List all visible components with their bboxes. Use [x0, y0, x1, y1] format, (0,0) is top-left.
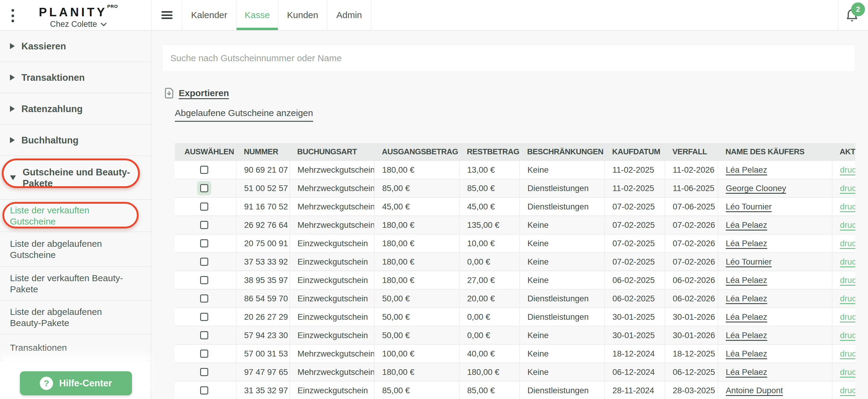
cell-initial-amount: 180,00 €: [374, 234, 459, 252]
cell-actions: drucken: [832, 179, 855, 197]
show-expired-vouchers-link[interactable]: Abgelaufene Gutscheine anzeigen: [175, 108, 313, 122]
buyer-link[interactable]: Léa Pelaez: [726, 349, 767, 358]
buyer-link[interactable]: Léa Pelaez: [726, 331, 767, 340]
question-mark-icon: ?: [40, 377, 53, 390]
row-checkbox[interactable]: [200, 313, 208, 321]
buyer-link[interactable]: Léa Pelaez: [726, 220, 767, 229]
search-input[interactable]: [162, 44, 855, 72]
notification-zone: 2: [838, 0, 868, 30]
print-link[interactable]: drucken: [840, 294, 855, 303]
cell-type: Einzweckgutschein: [290, 271, 374, 289]
salon-switcher[interactable]: Chez Colette: [50, 20, 107, 29]
print-link[interactable]: drucken: [840, 220, 855, 229]
buyer-link[interactable]: George Clooney: [726, 184, 786, 193]
print-link[interactable]: drucken: [840, 239, 855, 248]
sidebar-item-kassieren[interactable]: Kassieren: [0, 31, 151, 62]
cell-type: Einzweckgutschein: [290, 289, 374, 308]
cell-number: 90 69 21 07: [236, 161, 290, 179]
cell-select: [175, 161, 236, 179]
row-checkbox[interactable]: [200, 276, 208, 284]
sidebar-item-gutscheine-und-beauty-pakete[interactable]: Gutscheine und Beauty-Pakete: [0, 156, 151, 200]
buyer-link[interactable]: Léo Tournier: [726, 257, 772, 267]
print-link[interactable]: drucken: [840, 331, 855, 340]
column-header-ausgangsbetrag: AUSGANGSBETRAG: [374, 143, 459, 161]
cell-actions: drucken: [832, 344, 855, 363]
cell-restrictions: Keine: [520, 326, 604, 344]
caret-right-icon: [10, 43, 15, 49]
buyer-link[interactable]: Léa Pelaez: [726, 165, 767, 175]
cell-actions: drucken: [832, 381, 855, 399]
tab-admin[interactable]: Admin: [327, 0, 372, 30]
cell-initial-amount: 180,00 €: [374, 161, 459, 179]
print-link[interactable]: drucken: [840, 386, 855, 395]
buyer-link[interactable]: Léa Pelaez: [726, 312, 767, 321]
print-link[interactable]: drucken: [840, 312, 855, 321]
print-link[interactable]: drucken: [840, 257, 855, 267]
cell-expiry-date: 07-02-2026: [665, 234, 718, 252]
row-checkbox[interactable]: [200, 166, 208, 174]
cell-number: 26 92 76 64: [236, 216, 290, 234]
row-checkbox[interactable]: [200, 221, 208, 229]
cell-remaining-amount: 10,00 €: [459, 234, 520, 252]
row-checkbox[interactable]: [200, 184, 208, 192]
cell-buyer: Léa Pelaez: [718, 161, 832, 179]
print-link[interactable]: drucken: [840, 349, 855, 358]
tab-label: Kalender: [191, 10, 227, 20]
buyer-link[interactable]: Léa Pelaez: [726, 239, 767, 248]
hamburger-menu-icon[interactable]: [151, 0, 182, 30]
cell-type: Einzweckgutschein: [290, 234, 374, 252]
cell-actions: drucken: [832, 308, 855, 326]
buyer-link[interactable]: Léa Pelaez: [726, 367, 767, 377]
cell-number: 51 00 52 57: [236, 179, 290, 197]
sidebar-item-liste-der-verkauften-beauty-pakete[interactable]: Liste der verkauften Beauty-Pakete: [0, 267, 151, 301]
column-header-aktionen: AKTIONEN: [832, 143, 855, 161]
cell-initial-amount: 180,00 €: [374, 216, 459, 234]
help-center-button[interactable]: ? Hilfe-Center: [20, 371, 132, 395]
cell-purchase-date: 18-12-2024: [604, 344, 665, 363]
table-row: 20 75 00 91Einzweckgutschein180,00 €10,0…: [175, 234, 855, 252]
checkbox-wrapper: [197, 181, 211, 195]
row-checkbox[interactable]: [200, 258, 208, 266]
cell-expiry-date: 11-06-2025: [665, 179, 718, 197]
kebab-menu-icon[interactable]: [11, 9, 24, 22]
row-checkbox[interactable]: [200, 349, 208, 358]
row-checkbox[interactable]: [200, 203, 208, 211]
cell-restrictions: Dienstleistungen: [520, 179, 604, 197]
cell-purchase-date: 11-02-2025: [604, 179, 665, 197]
buyer-link[interactable]: Antoine Dupont: [726, 386, 783, 395]
print-link[interactable]: drucken: [840, 275, 855, 285]
print-link[interactable]: drucken: [840, 367, 855, 377]
row-checkbox[interactable]: [200, 295, 208, 303]
tab-kalender[interactable]: Kalender: [182, 0, 236, 30]
sidebar-item-liste-der-abgelaufenen-gutscheine[interactable]: Liste der abgelaufenen Gutscheine: [0, 232, 151, 267]
cell-expiry-date: 18-12-2025: [665, 344, 718, 363]
sidebar-item-buchhaltung[interactable]: Buchhaltung: [0, 125, 151, 156]
print-link[interactable]: drucken: [840, 165, 855, 175]
tab-kasse[interactable]: Kasse: [236, 0, 278, 30]
sidebar-item-liste-der-verkauften-gutscheine[interactable]: Liste der verkauften Gutscheine: [0, 200, 151, 232]
checkbox-wrapper: [197, 365, 211, 379]
cell-restrictions: Dienstleistungen: [520, 381, 604, 399]
buyer-link[interactable]: Léa Pelaez: [726, 275, 767, 285]
buyer-link[interactable]: Léo Tournier: [726, 202, 772, 211]
row-checkbox[interactable]: [200, 368, 208, 376]
cell-actions: drucken: [832, 161, 855, 179]
tab-kunden[interactable]: Kunden: [278, 0, 327, 30]
row-checkbox[interactable]: [200, 331, 208, 339]
sidebar-item-transaktionen[interactable]: Transaktionen: [0, 335, 151, 361]
sidebar-item-liste-der-abgelaufenen-beauty-pakete[interactable]: Liste der abgelaufenen Beauty-Pakete: [0, 301, 151, 335]
table-row: 37 53 33 92Einzweckgutschein180,00 €0,00…: [175, 252, 855, 271]
checkbox-wrapper: [197, 200, 211, 214]
sidebar-item-transaktionen[interactable]: Transaktionen: [0, 62, 151, 93]
row-checkbox[interactable]: [200, 239, 208, 247]
export-button[interactable]: Exportieren: [165, 87, 229, 99]
cell-remaining-amount: 13,00 €: [459, 161, 520, 179]
sidebar-item-ratenzahlung[interactable]: Ratenzahlung: [0, 93, 151, 125]
print-link[interactable]: drucken: [840, 184, 855, 193]
print-link[interactable]: drucken: [840, 202, 855, 211]
row-checkbox[interactable]: [200, 386, 208, 395]
cell-buyer: Léa Pelaez: [718, 234, 832, 252]
cell-actions: drucken: [832, 252, 855, 271]
column-header-beschränkungen: BESCHRÄNKUNGEN: [520, 143, 604, 161]
buyer-link[interactable]: Léa Pelaez: [726, 294, 767, 303]
